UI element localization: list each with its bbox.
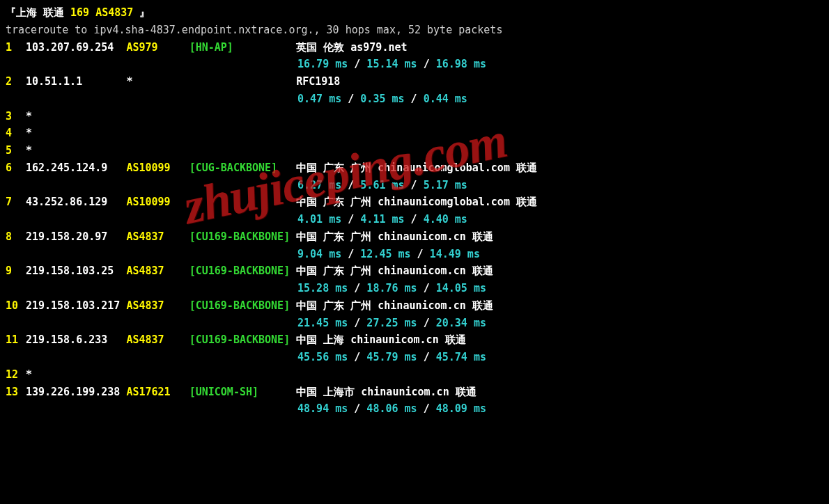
rtt-separator: / [405, 179, 424, 191]
hop-ip: * [26, 125, 126, 142]
title-bracket-close: 』 [139, 6, 150, 19]
hop-rtt: 14.05 ms [436, 282, 486, 294]
hop-index: 3 [6, 108, 26, 125]
hop-index: 7 [6, 194, 26, 211]
hop-row: 3* [6, 108, 823, 125]
hop-row: 13139.226.199.238AS17621[UNICOM-SH]中国 上海… [6, 384, 823, 401]
hop-index: 1 [6, 39, 26, 56]
hop-rtt: 4.40 ms [424, 213, 467, 226]
hop-rtt-row: 4.01 ms / 4.11 ms / 4.40 ms [6, 211, 823, 228]
rtt-separator: / [341, 213, 360, 226]
hop-index: 13 [6, 384, 26, 401]
hop-location-info: 中国 广东 广州 chinaunicomglobal.com 联通 [296, 194, 537, 211]
hop-index: 8 [6, 228, 26, 246]
hop-network: [HN-AP] [189, 39, 297, 56]
hop-rtt: 16.79 ms [297, 58, 348, 70]
hop-ip: 219.158.103.25 [26, 262, 126, 280]
hop-rtt: 48.09 ms [436, 402, 486, 415]
hop-index: 6 [6, 159, 26, 177]
hop-ip: 10.51.1.1 [26, 73, 126, 90]
rtt-separator: / [341, 179, 360, 191]
hop-index: 11 [6, 331, 26, 349]
hop-rtt: 20.34 ms [436, 317, 486, 329]
hop-row: 8219.158.20.97AS4837[CU169-BACKBONE]中国 广… [6, 228, 823, 246]
hop-index: 4 [6, 125, 26, 142]
hop-asn: AS4837 [126, 331, 189, 349]
hop-index: 2 [6, 73, 26, 90]
hop-rtt: 4.11 ms [360, 213, 404, 226]
hop-ip: 219.158.6.233 [26, 331, 126, 349]
hop-rtt: 21.45 ms [297, 317, 348, 329]
hop-location-info: 中国 广东 广州 chinaunicom.cn 联通 [296, 262, 493, 280]
hop-row: 11219.158.6.233AS4837[CU169-BACKBONE]中国 … [6, 331, 823, 349]
hop-network: [CUG-BACKBONE] [189, 159, 297, 177]
hop-ip: 162.245.124.9 [26, 159, 126, 177]
hop-row: 743.252.86.129AS10099中国 广东 广州 chinaunico… [6, 194, 823, 211]
route-title: 『上海 联通 169 AS4837 』 [6, 4, 823, 22]
hop-rtt: 16.98 ms [436, 58, 486, 70]
hop-network: [CU169-BACKBONE] [189, 228, 297, 246]
rtt-separator: / [417, 351, 436, 363]
hop-ip: 219.158.103.217 [26, 297, 126, 315]
rtt-separator: / [405, 213, 424, 226]
hop-location-info: 中国 上海 chinaunicom.cn 联通 [296, 331, 466, 349]
rtt-separator: / [411, 248, 430, 260]
hop-location-info: 中国 上海市 chinaunicom.cn 联通 [296, 384, 477, 401]
hop-asn: AS10099 [126, 194, 189, 211]
hop-network: [UNICOM-SH] [189, 384, 297, 401]
hop-index: 10 [6, 297, 26, 315]
rtt-separator: / [348, 58, 366, 70]
rtt-separator: / [341, 248, 360, 260]
hop-ip: 139.226.199.238 [26, 384, 126, 401]
rtt-separator: / [348, 317, 366, 329]
hop-rtt: 0.35 ms [360, 93, 404, 105]
hop-ip: * [26, 366, 126, 384]
hop-rtt: 9.04 ms [297, 248, 341, 260]
hop-asn: AS4837 [126, 297, 189, 315]
hop-row: 9219.158.103.25AS4837[CU169-BACKBONE]中国 … [6, 262, 823, 280]
hop-row: 10219.158.103.217AS4837[CU169-BACKBONE]中… [6, 297, 823, 315]
hop-rtt: 45.74 ms [436, 351, 486, 363]
hop-list: 1103.207.69.254AS979[HN-AP]英国 伦敦 as979.n… [6, 39, 823, 418]
hop-network: [CU169-BACKBONE] [189, 331, 297, 349]
rtt-separator: / [348, 402, 366, 415]
hop-rtt: 5.61 ms [360, 179, 404, 191]
hop-location-info: 中国 广东 广州 chinaunicom.cn 联通 [296, 297, 493, 315]
hop-row: 12* [6, 366, 823, 384]
hop-rtt-row: 0.47 ms / 0.35 ms / 0.44 ms [6, 90, 823, 108]
rtt-separator: / [417, 317, 436, 329]
title-bracket-open: 『 [6, 6, 16, 19]
title-route: 169 AS4837 [64, 6, 139, 19]
rtt-separator: / [348, 282, 366, 294]
hop-rtt: 27.25 ms [366, 317, 417, 329]
hop-rtt-row: 6.27 ms / 5.61 ms / 5.17 ms [6, 177, 823, 194]
hop-index: 5 [6, 142, 26, 159]
hop-rtt: 5.17 ms [424, 179, 467, 191]
hop-asn: AS10099 [126, 159, 189, 177]
hop-rtt: 4.01 ms [297, 213, 341, 226]
hop-asn: AS979 [126, 39, 189, 56]
hop-asn: AS4837 [126, 228, 189, 246]
hop-rtt: 18.76 ms [366, 282, 417, 294]
hop-location-info: 中国 广东 广州 chinaunicom.cn 联通 [296, 228, 493, 246]
hop-row: 210.51.1.1*RFC1918 [6, 73, 823, 90]
hop-row: 4* [6, 125, 823, 142]
hop-ip: * [26, 142, 126, 159]
hop-rtt: 48.94 ms [297, 402, 348, 415]
hop-rtt-row: 9.04 ms / 12.45 ms / 14.49 ms [6, 246, 823, 263]
hop-rtt: 15.14 ms [366, 58, 417, 70]
terminal-output: 『上海 联通 169 AS4837 』 traceroute to ipv4.s… [0, 0, 829, 422]
rtt-separator: / [405, 93, 424, 105]
hop-rtt: 0.44 ms [424, 93, 467, 105]
rtt-separator: / [341, 93, 360, 105]
hop-rtt: 12.45 ms [360, 248, 410, 260]
traceroute-command: traceroute to ipv4.sha-4837.endpoint.nxt… [6, 22, 823, 39]
rtt-separator: / [417, 402, 436, 415]
hop-row: 6162.245.124.9AS10099[CUG-BACKBONE]中国 广东… [6, 159, 823, 177]
hop-rtt: 0.47 ms [297, 93, 341, 105]
hop-asn: AS17621 [126, 384, 189, 401]
title-location: 上海 联通 [16, 6, 64, 19]
hop-ip: * [26, 108, 126, 125]
hop-row: 1103.207.69.254AS979[HN-AP]英国 伦敦 as979.n… [6, 39, 823, 56]
rtt-separator: / [348, 351, 366, 363]
